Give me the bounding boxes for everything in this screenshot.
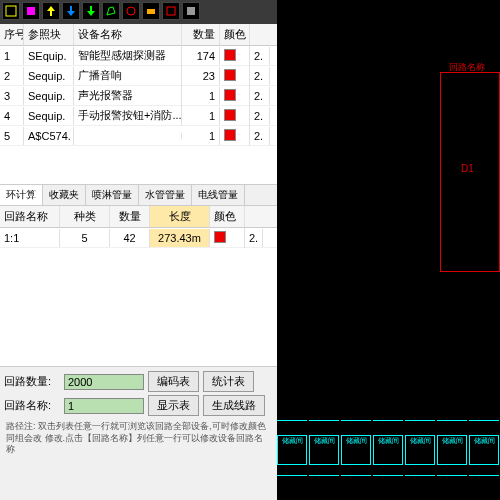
cad-box-text: D1 [461, 163, 474, 174]
col-color[interactable]: 颜色 [220, 24, 250, 45]
table-row[interactable]: 2Sequip.广播音响232. [0, 66, 277, 86]
cad-room: 储藏间 [373, 435, 403, 465]
btn-gen[interactable]: 生成线路 [203, 395, 265, 416]
col-qty[interactable]: 数量 [182, 24, 220, 45]
col2-type[interactable]: 种类 [60, 206, 110, 227]
btn-stat[interactable]: 统计表 [203, 371, 254, 392]
tool-circle[interactable] [122, 2, 140, 20]
cad-box-label: 回路名称 [449, 61, 485, 74]
cad-room: 储藏间 [469, 435, 499, 465]
col-idx[interactable]: 序号 [0, 24, 24, 45]
tab-1[interactable]: 收藏夹 [43, 185, 86, 205]
btn-code[interactable]: 编码表 [148, 371, 199, 392]
tool-poly[interactable] [102, 2, 120, 20]
count-input[interactable] [64, 374, 144, 390]
tool-outline[interactable] [162, 2, 180, 20]
svg-rect-1 [27, 7, 35, 15]
name-input[interactable] [64, 398, 144, 414]
tab-4[interactable]: 电线管量 [192, 185, 245, 205]
cad-room: 储藏间 [437, 435, 467, 465]
table-row[interactable]: 1SEquip.智能型感烟探测器1742. [0, 46, 277, 66]
tool-arrow-down[interactable] [82, 2, 100, 20]
svg-rect-3 [147, 9, 155, 14]
tool-arrow-up[interactable] [42, 2, 60, 20]
cad-room: 储藏间 [341, 435, 371, 465]
table-row[interactable]: 1:1542273.43m2. [0, 228, 277, 248]
svg-rect-0 [6, 6, 16, 16]
hint-text: 路径注: 双击列表任意一行就可浏览该回路全部设备,可时修改颜色同组会改 修改.点… [4, 419, 273, 458]
table-row[interactable]: 4Sequip.手动报警按钮+消防...12. [0, 106, 277, 126]
tool-square[interactable] [22, 2, 40, 20]
col-ref[interactable]: 参照块 [24, 24, 74, 45]
table-row[interactable]: 5A$C574.12. [0, 126, 277, 146]
tab-2[interactable]: 喷淋管量 [86, 185, 139, 205]
col2-qty[interactable]: 数量 [110, 206, 150, 227]
tab-bar: 环计算收藏夹喷淋管量水管管量电线管量 [0, 184, 277, 206]
col2-len[interactable]: 长度 [150, 206, 210, 227]
svg-rect-4 [167, 7, 175, 15]
cad-room: 储藏间 [405, 435, 435, 465]
tool-fill[interactable] [182, 2, 200, 20]
col2-name[interactable]: 回路名称 [0, 206, 60, 227]
cad-room: 储藏间 [309, 435, 339, 465]
circuit-table: 回路名称 种类 数量 长度 颜色 1:1542273.43m2. [0, 206, 277, 366]
cad-room: 储藏间 [277, 435, 307, 465]
equipment-table: 序号 参照块 设备名称 数量 颜色 1SEquip.智能型感烟探测器1742.2… [0, 24, 277, 184]
tab-0[interactable]: 环计算 [0, 185, 43, 205]
form-panel: 回路数量: 编码表 统计表 回路名称: 显示表 生成线路 路径注: 双击列表任意… [0, 366, 277, 462]
name-label: 回路名称: [4, 398, 60, 413]
cad-viewport[interactable]: 回路名称 D1 储藏间储藏间储藏间储藏间储藏间储藏间储藏间 [277, 0, 500, 500]
tool-down[interactable] [62, 2, 80, 20]
table-row[interactable]: 3Sequip.声光报警器12. [0, 86, 277, 106]
col2-color[interactable]: 颜色 [210, 206, 245, 227]
tool-block[interactable] [142, 2, 160, 20]
count-label: 回路数量: [4, 374, 60, 389]
svg-point-2 [127, 7, 135, 15]
toolbar [0, 0, 277, 24]
cad-circuit-box: 回路名称 D1 [440, 72, 500, 272]
cad-floorplan: 储藏间储藏间储藏间储藏间储藏间储藏间储藏间 [277, 415, 500, 500]
tab-3[interactable]: 水管管量 [139, 185, 192, 205]
col-name[interactable]: 设备名称 [74, 24, 182, 45]
svg-rect-5 [187, 7, 195, 15]
btn-show[interactable]: 显示表 [148, 395, 199, 416]
tool-layer[interactable] [2, 2, 20, 20]
